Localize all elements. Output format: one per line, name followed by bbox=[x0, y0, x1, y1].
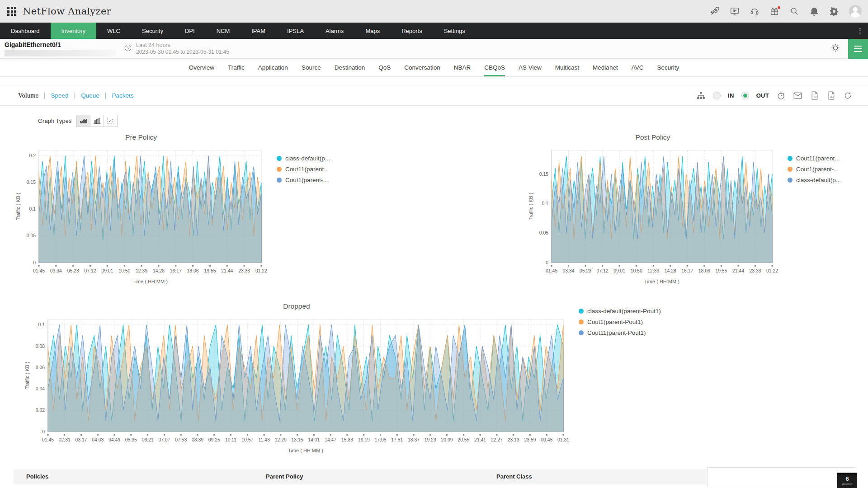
legend-item-cout1-parent-pout1[interactable]: Cout1(parent-Pout1) bbox=[579, 319, 661, 325]
legend-item-class-default-p[interactable]: class-default(p... bbox=[277, 155, 330, 162]
notifications-bell-icon[interactable] bbox=[809, 6, 819, 16]
tab-source[interactable]: Source bbox=[302, 59, 321, 76]
app-grid-icon[interactable] bbox=[7, 7, 16, 16]
legend-item-class-default-parent-pout1[interactable]: class-default(parent-Pout1) bbox=[579, 308, 661, 314]
svg-text:19:55: 19:55 bbox=[715, 268, 727, 273]
legend-item-cout1-parent[interactable]: Cout1(parent-... bbox=[277, 177, 330, 183]
time-range-detail: 2023-05-30 01:45 to 2023-05-31 01:45 bbox=[136, 49, 229, 56]
clock-icon bbox=[124, 44, 132, 54]
sub-header: GigabitEthernet0/1 Last 24 hours 2023-05… bbox=[0, 39, 868, 59]
email-report-icon[interactable] bbox=[793, 91, 802, 100]
search-icon[interactable] bbox=[789, 6, 799, 16]
svg-text:Traffic ( KB ): Traffic ( KB ) bbox=[24, 361, 30, 389]
legend-dot bbox=[277, 178, 282, 183]
view-link-queue[interactable]: Queue bbox=[81, 92, 99, 99]
tab-nbar[interactable]: NBAR bbox=[454, 59, 471, 76]
tab-avc[interactable]: AVC bbox=[632, 59, 644, 76]
direction-out-radio[interactable] bbox=[741, 92, 749, 99]
svg-text:01:31: 01:31 bbox=[557, 437, 569, 442]
rocket-icon[interactable] bbox=[710, 6, 720, 16]
legend-item-cout11-parent[interactable]: Cout11(parent... bbox=[277, 166, 330, 173]
svg-text:23:13: 23:13 bbox=[508, 437, 519, 442]
nav-item-wlc[interactable]: WLC bbox=[96, 23, 131, 39]
graph-type-scatter-button[interactable] bbox=[104, 115, 118, 127]
svg-text:23:59: 23:59 bbox=[524, 437, 536, 442]
demo-video-icon[interactable] bbox=[730, 6, 740, 16]
refresh-icon[interactable] bbox=[843, 91, 853, 100]
view-link-packets[interactable]: Packets bbox=[112, 92, 133, 99]
nav-overflow-menu-icon[interactable]: ⋮ bbox=[857, 23, 863, 39]
insights-bulb-icon[interactable] bbox=[830, 42, 841, 55]
tab-cbqos[interactable]: CBQoS bbox=[484, 59, 505, 76]
tab-qos[interactable]: QoS bbox=[378, 59, 391, 76]
topology-tree-icon[interactable] bbox=[696, 91, 706, 100]
svg-text:0.2: 0.2 bbox=[29, 153, 36, 158]
tab-overview[interactable]: Overview bbox=[189, 59, 214, 76]
panel-menu-button[interactable] bbox=[848, 39, 868, 59]
nav-item-ipsla[interactable]: IPSLA bbox=[276, 23, 315, 39]
tab-traffic[interactable]: Traffic bbox=[228, 59, 245, 76]
tab-security[interactable]: Security bbox=[657, 59, 679, 76]
svg-text:0.1: 0.1 bbox=[38, 322, 45, 327]
svg-text:16:17: 16:17 bbox=[681, 268, 693, 273]
time-range-selector[interactable]: Last 24 hours 2023-05-30 01:45 to 2023-0… bbox=[124, 42, 229, 56]
nav-item-settings[interactable]: Settings bbox=[433, 23, 476, 39]
legend-item-class-default-p[interactable]: class-default(p... bbox=[788, 177, 841, 183]
alarms-badge[interactable]: 6 Alarms bbox=[837, 473, 857, 488]
whats-new-gift-icon[interactable] bbox=[769, 6, 779, 16]
tab-as-view[interactable]: AS View bbox=[519, 59, 542, 76]
top-bar: NetFlow Analyzer bbox=[0, 0, 868, 23]
legend-item-cout11-parent[interactable]: Cout11(parent... bbox=[788, 155, 841, 162]
legend-item-cout11-parent-pout1[interactable]: Cout11(parent-Pout1) bbox=[579, 329, 661, 336]
graph-types-row: Graph Types bbox=[38, 115, 868, 127]
tab-destination[interactable]: Destination bbox=[335, 59, 365, 76]
nav-item-alarms[interactable]: Alarms bbox=[315, 23, 354, 39]
legend-label: class-default(p... bbox=[285, 155, 330, 162]
nav-item-maps[interactable]: Maps bbox=[354, 23, 391, 39]
nav-item-dpi[interactable]: DPI bbox=[174, 23, 206, 39]
graph-type-bar-button[interactable] bbox=[90, 115, 104, 127]
svg-text:21:41: 21:41 bbox=[474, 437, 486, 442]
pre-policy-legend: class-default(p...Cout11(parent...Cout1(… bbox=[277, 155, 330, 291]
svg-text:18:06: 18:06 bbox=[698, 268, 710, 273]
svg-text:03:34: 03:34 bbox=[50, 268, 62, 273]
svg-text:Time ( HH:MM ): Time ( HH:MM ) bbox=[288, 448, 323, 453]
nav-item-security[interactable]: Security bbox=[131, 23, 174, 39]
tab-multicast[interactable]: Multicast bbox=[555, 59, 579, 76]
svg-text:Traffic ( KB ): Traffic ( KB ) bbox=[528, 192, 533, 220]
user-avatar[interactable] bbox=[849, 5, 862, 18]
svg-text:0: 0 bbox=[42, 429, 45, 434]
nav-item-inventory[interactable]: Inventory bbox=[51, 23, 96, 39]
view-link-volume[interactable]: Volume bbox=[18, 92, 38, 99]
nav-item-ipam[interactable]: IPAM bbox=[241, 23, 276, 39]
nav-item-ncm[interactable]: NCM bbox=[206, 23, 241, 39]
direction-in-radio[interactable] bbox=[713, 92, 721, 99]
svg-text:17:05: 17:05 bbox=[374, 437, 386, 442]
support-headset-icon[interactable] bbox=[750, 6, 760, 16]
view-link-speed[interactable]: Speed bbox=[51, 92, 69, 99]
nav-item-dashboard[interactable]: Dashboard bbox=[0, 23, 51, 39]
legend-label: Cout1(parent-... bbox=[796, 166, 839, 173]
tab-conversation[interactable]: Conversation bbox=[404, 59, 440, 76]
legend-item-cout1-parent[interactable]: Cout1(parent-... bbox=[788, 166, 841, 173]
legend-label: Cout11(parent... bbox=[796, 155, 840, 162]
schedule-stopwatch-icon[interactable] bbox=[776, 91, 786, 100]
svg-text:0.1: 0.1 bbox=[29, 206, 36, 211]
svg-text:12:39: 12:39 bbox=[647, 268, 659, 273]
svg-text:14:47: 14:47 bbox=[325, 437, 336, 442]
svg-text:14:01: 14:01 bbox=[308, 437, 320, 442]
svg-text:CSV: CSV bbox=[829, 95, 835, 98]
svg-text:07:12: 07:12 bbox=[597, 268, 609, 273]
nav-item-reports[interactable]: Reports bbox=[391, 23, 433, 39]
settings-gear-icon[interactable] bbox=[829, 6, 839, 16]
time-range-label: Last 24 hours bbox=[136, 42, 229, 49]
tab-medianet[interactable]: Medianet bbox=[593, 59, 618, 76]
graph-type-area-button[interactable] bbox=[76, 115, 90, 127]
tab-application[interactable]: Application bbox=[258, 59, 288, 76]
post-policy-legend: Cout11(parent...Cout1(parent-...class-de… bbox=[788, 155, 841, 291]
export-csv-icon[interactable]: CSV bbox=[826, 91, 836, 100]
column-header-policies: Policies bbox=[26, 473, 48, 480]
export-pdf-icon[interactable]: PDF bbox=[810, 91, 819, 100]
svg-text:02:31: 02:31 bbox=[59, 437, 71, 442]
svg-text:01:45: 01:45 bbox=[42, 437, 54, 442]
